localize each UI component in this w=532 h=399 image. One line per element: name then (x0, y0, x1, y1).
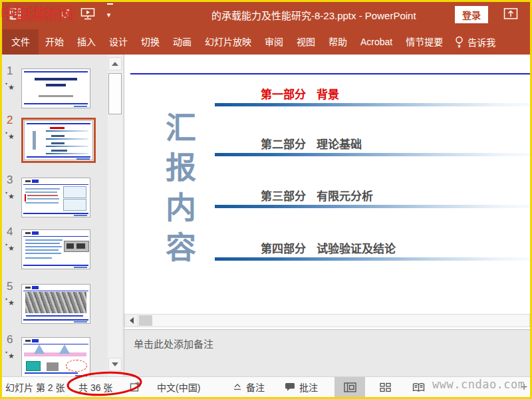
title-bar: ↺ ▾ 的承载能力及性能研究-8-23.pptx - PowerPoint 登录 (0, 0, 532, 29)
thumbnail-scrollbar[interactable] (108, 55, 122, 376)
screenshot-border (0, 0, 2, 399)
thumbnail-graphic (22, 178, 90, 217)
section-underline (215, 153, 530, 156)
notes-toggle[interactable]: 备注 (233, 377, 265, 397)
tab-animations[interactable]: 动画 (166, 29, 198, 55)
animation-star-icon: ★ (8, 83, 21, 92)
site-watermark-bottom: www.cndao.com (432, 378, 525, 391)
scrollbar-thumb[interactable] (108, 73, 122, 114)
animation-star-icon: ★ (8, 132, 21, 141)
notes-pane[interactable]: 单击此处添加备注 (124, 329, 530, 376)
slide-entry-5: 5 ★ (2, 284, 90, 324)
slide-entry-4: 4 ★ (2, 229, 90, 269)
panel-divider (124, 55, 124, 376)
slide-thumbnail-2-selected[interactable] (21, 118, 96, 163)
up-arrow-icon (112, 62, 118, 66)
start-slideshow-icon[interactable] (80, 5, 95, 23)
tab-file[interactable]: 文件 (3, 29, 39, 55)
slide-editing-area[interactable]: 汇报内容 第一部分背景 第二部分理论基础 第三部分有限元分析 第四部分试验验证及… (124, 55, 530, 376)
window-title: 的承载能力及性能研究-8-23.pptx - PowerPoint (211, 8, 416, 22)
slide-number: 4 (7, 225, 13, 238)
slide-number: 6 (7, 333, 13, 346)
tell-me-box[interactable]: 告诉我 (450, 29, 501, 55)
normal-view-icon (344, 382, 356, 392)
slide-section-row-3: 第三部分有限元分析 (124, 187, 530, 211)
slide-number: 3 (7, 174, 13, 186)
language-indicator[interactable]: 中文(中国) (157, 377, 200, 397)
slide-section-row-4: 第四部分试验验证及结论 (124, 239, 530, 263)
slide-sorter-view-button[interactable] (370, 377, 400, 397)
scroll-up-button[interactable] (108, 57, 122, 70)
tell-me-label: 告诉我 (467, 35, 495, 49)
slide-section-row-1: 第一部分背景 (124, 85, 530, 109)
site-watermark-top: 中国道桥网 (1, 1, 74, 24)
section-3-text: 第三部分有限元分析 (261, 187, 373, 203)
customize-qat-chevron-icon[interactable]: ▾ (107, 6, 111, 23)
slide-number: 2 (7, 114, 13, 126)
thumbnail-graphic (25, 121, 92, 160)
slide-entry-1: 1 ★ (2, 68, 90, 108)
section-underline (215, 205, 530, 208)
tab-slideshow[interactable]: 幻灯片放映 (198, 29, 258, 55)
slide-thumbnail-panel: 1 ★ 2 ★ 3 ★ 4 ★ 5 ★ 6 ★ (2, 55, 124, 376)
slide-number: 1 (7, 65, 13, 77)
ribbon-display-options-icon[interactable] (503, 7, 518, 23)
scrollbar-thumb[interactable] (139, 315, 152, 326)
tab-view[interactable]: 视图 (290, 29, 322, 55)
slide-entry-6: 6 ★ (2, 337, 90, 376)
down-arrow-icon (112, 362, 118, 366)
lightbulb-icon (455, 36, 464, 48)
comments-toggle-label: 批注 (299, 380, 318, 394)
slide-thumbnail-1[interactable] (21, 68, 90, 108)
comments-icon (285, 382, 295, 392)
slide-top-rule (130, 73, 530, 74)
animation-star-icon: ★ (8, 299, 21, 307)
animation-star-icon: ★ (8, 352, 21, 360)
powerpoint-window: ↺ ▾ 的承载能力及性能研究-8-23.pptx - PowerPoint 登录… (0, 0, 532, 399)
tab-home[interactable]: 开始 (39, 29, 70, 55)
section-underline (215, 103, 530, 106)
reading-view-button[interactable] (403, 377, 434, 397)
slide-sorter-icon (380, 382, 391, 392)
section-1-text: 第一部分背景 (261, 85, 339, 102)
slide-position-indicator: 幻灯片 第 2 张 (5, 377, 65, 397)
slide-number: 5 (7, 280, 13, 293)
slide-entry-3: 3 ★ (2, 178, 90, 217)
slide-thumbnail-4[interactable] (21, 229, 90, 269)
tab-design[interactable]: 设计 (102, 29, 134, 55)
thumbnail-graphic (22, 338, 90, 376)
thumbnail-graphic (22, 69, 90, 108)
login-button[interactable]: 登录 (455, 6, 488, 23)
slide-thumbnail-3[interactable] (21, 178, 90, 217)
notes-collapse-icon (233, 383, 242, 391)
section-4-text: 第四部分试验验证及结论 (261, 239, 396, 256)
slide-total-indicator: 共 36 张 (78, 377, 112, 397)
scroll-down-button[interactable] (108, 358, 122, 371)
notes-toggle-label: 备注 (246, 380, 265, 394)
tab-review[interactable]: 审阅 (258, 29, 290, 55)
tab-acrobat[interactable]: Acrobat (354, 29, 399, 55)
slide-section-row-2: 第二部分理论基础 (124, 135, 530, 159)
slide-entry-2: 2 ★ (2, 118, 96, 163)
thumbnail-graphic (22, 285, 90, 323)
spellcheck-icon[interactable] (130, 377, 142, 397)
horizontal-scrollbar[interactable] (124, 314, 530, 327)
slide-thumbnail-5[interactable] (21, 284, 90, 324)
scroll-left-button[interactable] (125, 315, 138, 327)
comments-toggle[interactable]: 批注 (285, 377, 318, 397)
animation-star-icon: ★ (8, 244, 21, 253)
section-2-text: 第二部分理论基础 (261, 135, 362, 152)
screenshot-border (0, 0, 532, 2)
section-underline (215, 257, 530, 261)
slide-thumbnail-6[interactable] (21, 337, 90, 376)
tab-help[interactable]: 帮助 (322, 29, 354, 55)
animation-star-icon: ★ (8, 192, 21, 201)
reading-view-icon (412, 382, 425, 392)
normal-view-button[interactable] (334, 377, 365, 397)
tab-storyboarding[interactable]: 情节提要 (399, 29, 450, 55)
tab-transitions[interactable]: 切换 (134, 29, 166, 55)
thumbnail-graphic (22, 230, 90, 269)
left-arrow-icon (130, 317, 134, 324)
tab-insert[interactable]: 插入 (70, 29, 102, 55)
ribbon-tab-bar: 文件 开始 插入 设计 切换 动画 幻灯片放映 审阅 视图 帮助 Acrobat… (0, 29, 532, 55)
